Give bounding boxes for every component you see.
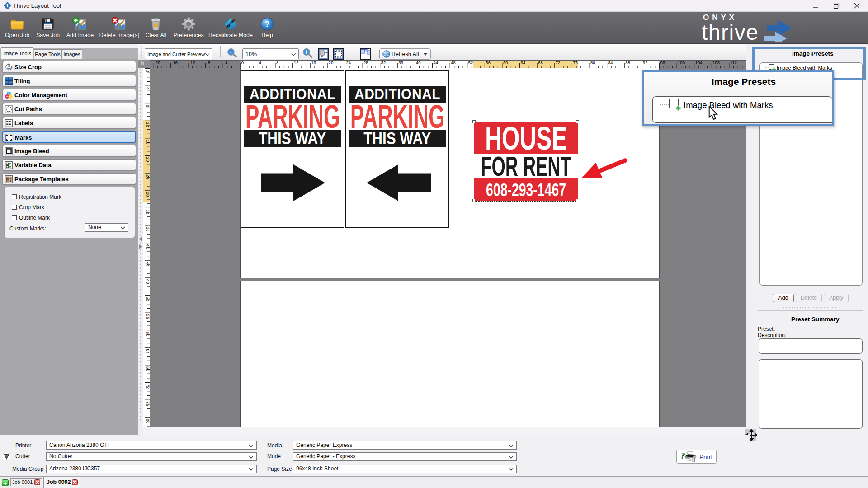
svg-text:8: 8 — [276, 60, 278, 65]
svg-text:36: 36 — [398, 60, 403, 65]
svg-text:72: 72 — [556, 60, 561, 65]
svg-text:56: 56 — [486, 60, 491, 65]
svg-text:-20: -20 — [154, 60, 160, 65]
svg-text:16: 16 — [146, 140, 150, 145]
svg-text:4: 4 — [259, 60, 261, 65]
svg-text:112: 112 — [730, 60, 737, 65]
svg-text:104: 104 — [695, 60, 703, 65]
svg-text:24: 24 — [346, 60, 351, 65]
svg-text:60: 60 — [146, 332, 150, 337]
svg-text:80: 80 — [590, 60, 595, 65]
svg-text:12: 12 — [146, 122, 150, 127]
svg-text:44: 44 — [146, 262, 150, 267]
svg-text:40: 40 — [416, 60, 421, 65]
svg-text:-4: -4 — [224, 60, 227, 65]
svg-text:48: 48 — [451, 60, 456, 65]
svg-text:100: 100 — [678, 60, 685, 65]
svg-text:36: 36 — [146, 227, 150, 232]
svg-text:8: 8 — [146, 105, 150, 107]
svg-text:92: 92 — [643, 60, 648, 65]
svg-text:48: 48 — [146, 279, 150, 284]
svg-text:60: 60 — [503, 60, 508, 65]
svg-text:72: 72 — [146, 384, 150, 389]
svg-text:80: 80 — [146, 419, 150, 424]
svg-text:52: 52 — [468, 60, 473, 65]
svg-text:64: 64 — [146, 349, 150, 354]
svg-text:?: ? — [264, 19, 270, 29]
svg-text:0: 0 — [241, 60, 244, 65]
svg-text:16: 16 — [311, 60, 316, 65]
svg-text:56: 56 — [146, 314, 150, 319]
svg-text:32: 32 — [146, 209, 150, 214]
svg-text:76: 76 — [146, 401, 150, 406]
svg-text:84: 84 — [608, 60, 613, 65]
svg-text:108: 108 — [712, 60, 720, 65]
svg-text:-12: -12 — [189, 60, 195, 65]
svg-text:96: 96 — [660, 60, 665, 65]
svg-text:40: 40 — [146, 244, 150, 249]
svg-text:24: 24 — [146, 174, 150, 179]
svg-text:68: 68 — [146, 366, 150, 371]
svg-text:-16: -16 — [171, 60, 178, 65]
svg-text:20: 20 — [329, 60, 334, 65]
svg-text:20: 20 — [146, 157, 150, 162]
svg-text:28: 28 — [363, 60, 368, 65]
svg-text:68: 68 — [538, 60, 543, 65]
svg-text:28: 28 — [146, 192, 150, 197]
svg-text:4: 4 — [146, 87, 150, 89]
svg-text:88: 88 — [625, 60, 630, 65]
svg-text:0: 0 — [146, 70, 150, 72]
svg-text:52: 52 — [146, 296, 150, 301]
svg-text:76: 76 — [573, 60, 578, 65]
svg-text:44: 44 — [434, 60, 439, 65]
svg-text:-8: -8 — [207, 60, 210, 65]
svg-text:64: 64 — [521, 60, 526, 65]
svg-text:12: 12 — [294, 60, 299, 65]
svg-text:32: 32 — [381, 60, 386, 65]
